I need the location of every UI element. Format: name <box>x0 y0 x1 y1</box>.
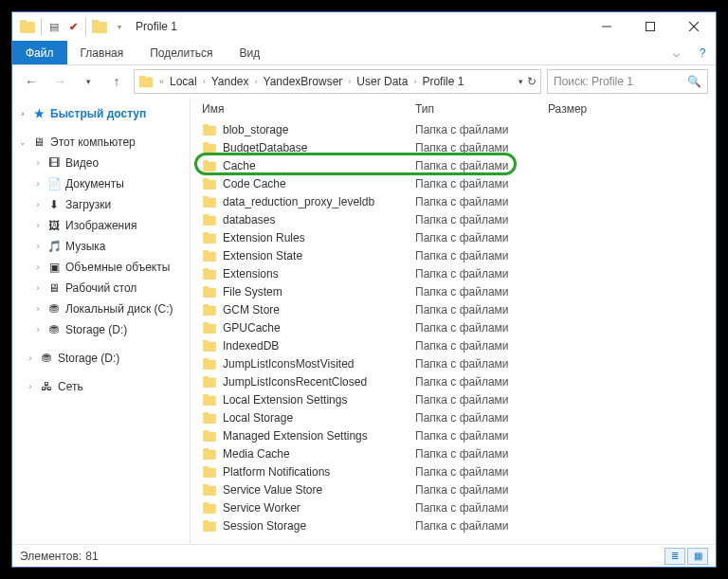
table-row[interactable]: Extension StateПапка с файлами <box>191 246 716 264</box>
tab-home[interactable]: Главная <box>67 41 137 64</box>
folder-icon <box>203 340 216 352</box>
address-dropdown-icon[interactable]: ▾ <box>519 77 523 86</box>
qat-checkbox-icon[interactable]: ✔ <box>66 20 80 33</box>
chevron-right-icon[interactable]: › <box>33 283 43 293</box>
search-icon[interactable]: 🔍 <box>687 75 701 88</box>
qat-properties-icon[interactable]: ▤ <box>47 20 61 33</box>
search-placeholder: Поиск: Profile 1 <box>554 75 633 88</box>
table-row[interactable]: Session StorageПапка с файлами <box>191 516 716 534</box>
file-type: Папка с файлами <box>415 285 548 299</box>
table-row[interactable]: File SystemПапка с файлами <box>191 282 716 300</box>
file-type: Папка с файлами <box>415 501 548 515</box>
table-row[interactable]: GPUCacheПапка с файлами <box>191 318 716 336</box>
table-row[interactable]: Platform NotificationsПапка с файлами <box>191 462 716 480</box>
table-row[interactable]: blob_storageПапка с файлами <box>191 120 716 138</box>
chevron-right-icon[interactable]: › <box>26 382 35 391</box>
table-row[interactable]: data_reduction_proxy_leveldbПапка с файл… <box>191 192 716 210</box>
chevron-right-icon[interactable]: › <box>253 77 260 86</box>
nav-this-pc[interactable]: ⌄ 🖥 Этот компьютер <box>12 132 190 153</box>
nav-recent-dropdown[interactable]: ▾ <box>77 70 100 93</box>
nav-item[interactable]: › 🎵 Музыка <box>12 236 190 257</box>
crumb[interactable]: Local <box>170 75 197 88</box>
file-type: Папка с файлами <box>415 213 548 226</box>
file-type: Папка с файлами <box>415 339 548 353</box>
table-row[interactable]: CacheПапка с файлами <box>191 156 716 174</box>
table-row[interactable]: ExtensionsПапка с файлами <box>191 264 716 282</box>
file-list[interactable]: blob_storageПапка с файламиBudgetDatabas… <box>191 120 716 544</box>
qat-folder-icon[interactable] <box>92 20 107 33</box>
tab-view[interactable]: Вид <box>226 41 273 64</box>
crumb-overflow-icon[interactable]: « <box>157 77 166 86</box>
search-input[interactable]: Поиск: Profile 1 🔍 <box>547 69 708 94</box>
nav-item[interactable]: › 📄 Документы <box>12 173 190 194</box>
chevron-right-icon[interactable]: › <box>33 262 43 272</box>
table-row[interactable]: Service Value StoreПапка с файлами <box>191 480 716 498</box>
crumb[interactable]: Yandex <box>211 75 249 88</box>
chevron-right-icon[interactable]: › <box>411 77 418 86</box>
close-button[interactable] <box>672 12 716 41</box>
nav-back-button[interactable]: ← <box>20 70 43 93</box>
table-row[interactable]: JumpListIconsMostVisitedПапка с файлами <box>191 354 716 372</box>
help-icon[interactable]: ? <box>689 41 716 64</box>
table-row[interactable]: Service WorkerПапка с файлами <box>191 498 716 516</box>
nav-quick-access[interactable]: › ★ Быстрый доступ <box>12 103 190 124</box>
chevron-right-icon[interactable]: › <box>33 179 43 189</box>
address-bar[interactable]: « Local › Yandex › YandexBrowser › User … <box>134 69 541 94</box>
table-row[interactable]: IndexedDBПапка с файлами <box>191 336 716 354</box>
chevron-right-icon[interactable]: › <box>18 109 27 118</box>
column-type[interactable]: Тип <box>415 102 548 116</box>
chevron-right-icon[interactable]: › <box>33 304 43 314</box>
chevron-right-icon[interactable]: › <box>33 221 43 230</box>
content-pane: Имя Тип Размер blob_storageПапка с файла… <box>191 98 716 544</box>
column-size[interactable]: Размер <box>548 102 716 116</box>
table-row[interactable]: JumpListIconsRecentClosedПапка с файлами <box>191 372 716 390</box>
chevron-right-icon[interactable]: › <box>33 200 43 209</box>
chevron-down-icon[interactable]: ⌄ <box>18 137 27 147</box>
table-row[interactable]: Extension RulesПапка с файлами <box>191 228 716 246</box>
tab-share[interactable]: Поделиться <box>136 41 226 64</box>
column-headers[interactable]: Имя Тип Размер <box>191 98 716 120</box>
nav-item[interactable]: › 🖼 Изображения <box>12 215 190 236</box>
folder-icon <box>203 160 216 172</box>
navigation-pane[interactable]: › ★ Быстрый доступ ⌄ 🖥 Этот компьютер › … <box>12 98 191 544</box>
table-row[interactable]: Media CacheПапка с файлами <box>191 444 716 462</box>
table-row[interactable]: Code CacheПапка с файлами <box>191 174 716 192</box>
title-bar[interactable]: ▤ ✔ ▾ Profile 1 <box>12 12 716 41</box>
nav-storage-d[interactable]: › ⛃ Storage (D:) <box>12 348 190 369</box>
nav-forward-button[interactable]: → <box>48 70 71 93</box>
crumb[interactable]: YandexBrowser <box>264 75 343 88</box>
nav-item[interactable]: › 🖥 Рабочий стол <box>12 278 190 299</box>
chevron-right-icon[interactable]: › <box>26 353 35 363</box>
refresh-icon[interactable]: ↻ <box>527 75 537 88</box>
chevron-right-icon[interactable]: › <box>346 77 353 86</box>
table-row[interactable]: Managed Extension SettingsПапка с файлам… <box>191 426 716 444</box>
column-name[interactable]: Имя <box>202 102 415 116</box>
view-details-button[interactable]: ≣ <box>664 548 685 565</box>
nav-item[interactable]: › ⬇ Загрузки <box>12 194 190 215</box>
chevron-right-icon[interactable]: › <box>201 77 208 86</box>
tab-file[interactable]: Файл <box>12 41 67 64</box>
qat-dropdown-icon[interactable]: ▾ <box>113 20 126 33</box>
table-row[interactable]: Local Extension SettingsПапка с файлами <box>191 390 716 408</box>
table-row[interactable]: Local StorageПапка с файлами <box>191 408 716 426</box>
maximize-button[interactable] <box>628 12 672 41</box>
nav-item[interactable]: › ▣ Объемные объекты <box>12 257 190 278</box>
table-row[interactable]: BudgetDatabaseПапка с файлами <box>191 138 716 156</box>
crumb[interactable]: User Data <box>356 75 408 88</box>
chevron-right-icon[interactable]: › <box>33 158 43 168</box>
nav-up-button[interactable]: ↑ <box>105 70 128 93</box>
table-row[interactable]: GCM StoreПапка с файлами <box>191 300 716 318</box>
nav-item[interactable]: › ⛃ Локальный диск (C:) <box>12 299 190 319</box>
ribbon-collapse-icon[interactable]: ⌵ <box>663 41 689 64</box>
table-row[interactable]: databasesПапка с файлами <box>191 210 716 228</box>
crumb[interactable]: Profile 1 <box>422 75 464 88</box>
chevron-right-icon[interactable]: › <box>33 325 43 335</box>
view-icons-button[interactable]: ▦ <box>687 548 708 565</box>
file-name: Cache <box>223 159 256 172</box>
minimize-button[interactable] <box>585 12 628 41</box>
nav-item-label: Storage (D:) <box>65 323 127 336</box>
nav-item[interactable]: › 🎞 Видео <box>12 153 190 173</box>
chevron-right-icon[interactable]: › <box>33 242 43 251</box>
nav-network[interactable]: › 🖧 Сеть <box>12 376 190 397</box>
nav-item[interactable]: › ⛃ Storage (D:) <box>12 319 190 340</box>
